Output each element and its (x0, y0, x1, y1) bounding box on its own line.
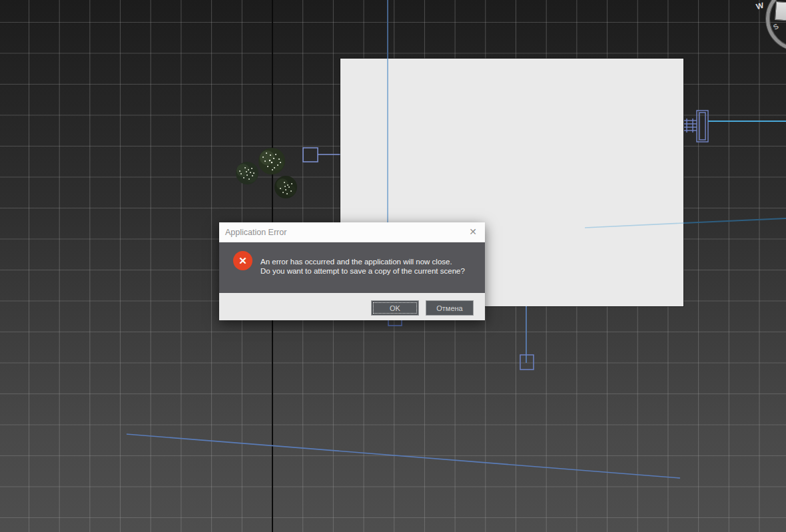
application-error-dialog: Application Error ✕ ✕ An error has occur… (219, 222, 485, 320)
spline-object[interactable] (683, 218, 786, 223)
helper-square-object[interactable] (520, 355, 534, 370)
dialog-body: ✕ An error has occurred and the applicat… (219, 242, 485, 293)
dialog-message: An error has occurred and the applicatio… (260, 258, 465, 276)
dialog-footer: OK Отмена (219, 293, 485, 320)
spline-object[interactable] (585, 223, 683, 228)
dialog-message-line2: Do you want to attempt to save a copy of… (260, 267, 465, 276)
dialog-message-line1: An error has occurred and the applicatio… (260, 258, 465, 267)
close-icon[interactable]: ✕ (461, 222, 485, 242)
viewcube-face[interactable] (775, 1, 786, 21)
dialog-title: Application Error (219, 228, 461, 237)
cancel-button[interactable]: Отмена (426, 300, 474, 316)
dialog-titlebar[interactable]: Application Error ✕ (219, 222, 485, 242)
error-x-icon: ✕ (233, 251, 252, 270)
ok-button[interactable]: OK (371, 300, 419, 316)
3d-viewport[interactable]: W S Application Error ✕ ✕ An error has o… (0, 0, 786, 532)
